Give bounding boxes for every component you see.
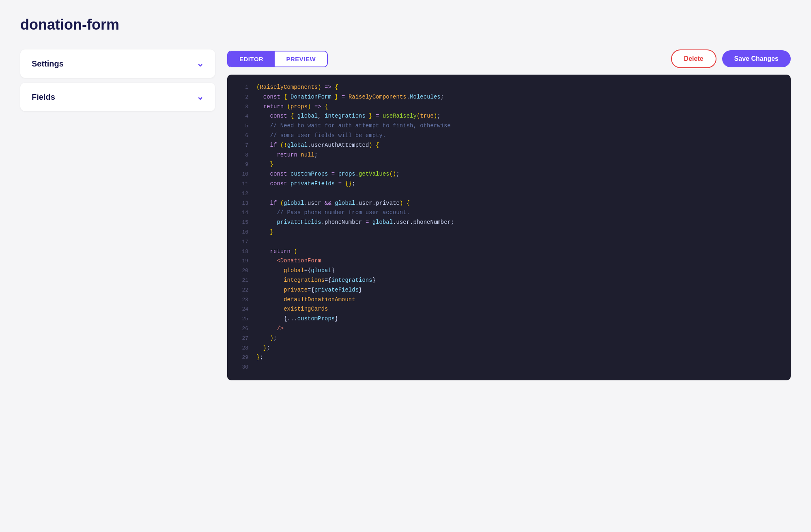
code-line-24: 24 existingCards bbox=[227, 305, 791, 314]
header-buttons: Delete Save Changes bbox=[671, 49, 791, 68]
code-line-22: 22 private={privateFields} bbox=[227, 285, 791, 295]
code-line-7: 7 if (!global.userAuthAttempted) { bbox=[227, 141, 791, 150]
accordion-fields[interactable]: Fields ⌄ bbox=[20, 83, 215, 111]
code-line-20: 20 global={global} bbox=[227, 266, 791, 276]
code-line-3: 3 return (props) => { bbox=[227, 102, 791, 112]
code-line-26: 26 /> bbox=[227, 324, 791, 334]
fields-label: Fields bbox=[32, 92, 55, 102]
code-line-21: 21 integrations={integrations} bbox=[227, 276, 791, 285]
code-line-1: 1 (RaiselyComponents) => { bbox=[227, 83, 791, 92]
tabs-container: EDITOR PREVIEW bbox=[227, 51, 328, 67]
settings-label: Settings bbox=[32, 59, 64, 69]
code-line-9: 9 } bbox=[227, 160, 791, 169]
delete-button[interactable]: Delete bbox=[671, 49, 716, 68]
code-editor[interactable]: 1 (RaiselyComponents) => { 2 const { Don… bbox=[227, 75, 791, 380]
code-line-23: 23 defaultDonationAmount bbox=[227, 295, 791, 305]
code-line-25: 25 {...customProps} bbox=[227, 314, 791, 324]
code-line-17: 17 bbox=[227, 237, 791, 247]
code-line-13: 13 if (global.user && global.user.privat… bbox=[227, 199, 791, 208]
code-line-8: 8 return null; bbox=[227, 150, 791, 160]
editor-header: EDITOR PREVIEW Delete Save Changes bbox=[227, 49, 791, 68]
code-line-28: 28 }; bbox=[227, 343, 791, 353]
left-panel: Settings ⌄ Fields ⌄ bbox=[20, 49, 215, 111]
code-line-5: 5 // Need to wait for auth attempt to fi… bbox=[227, 121, 791, 131]
code-line-11: 11 const privateFields = {}; bbox=[227, 179, 791, 189]
code-line-6: 6 // some user fields will be empty. bbox=[227, 131, 791, 141]
code-line-15: 15 privateFields.phoneNumber = global.us… bbox=[227, 218, 791, 227]
code-line-14: 14 // Pass phone number from user accoun… bbox=[227, 208, 791, 218]
code-line-16: 16 } bbox=[227, 227, 791, 237]
page-title: donation-form bbox=[20, 16, 791, 33]
tab-editor[interactable]: EDITOR bbox=[228, 51, 275, 66]
code-line-27: 27 ); bbox=[227, 334, 791, 343]
code-line-30: 30 bbox=[227, 363, 791, 372]
code-line-29: 29 }; bbox=[227, 353, 791, 363]
chevron-down-icon: ⌄ bbox=[196, 92, 204, 102]
chevron-down-icon: ⌄ bbox=[196, 58, 204, 69]
code-line-19: 19 <DonationForm bbox=[227, 256, 791, 266]
code-line-12: 12 bbox=[227, 189, 791, 199]
right-panel: EDITOR PREVIEW Delete Save Changes 1 (Ra… bbox=[227, 49, 791, 380]
code-line-10: 10 const customProps = props.getValues()… bbox=[227, 169, 791, 179]
code-line-2: 2 const { DonationForm } = RaiselyCompon… bbox=[227, 92, 791, 102]
main-layout: Settings ⌄ Fields ⌄ EDITOR PREVIEW Delet… bbox=[20, 49, 791, 380]
code-line-18: 18 return ( bbox=[227, 247, 791, 257]
save-changes-button[interactable]: Save Changes bbox=[722, 50, 791, 67]
code-line-4: 4 const { global, integrations } = useRa… bbox=[227, 112, 791, 121]
tab-preview[interactable]: PREVIEW bbox=[275, 51, 327, 66]
accordion-settings[interactable]: Settings ⌄ bbox=[20, 49, 215, 78]
